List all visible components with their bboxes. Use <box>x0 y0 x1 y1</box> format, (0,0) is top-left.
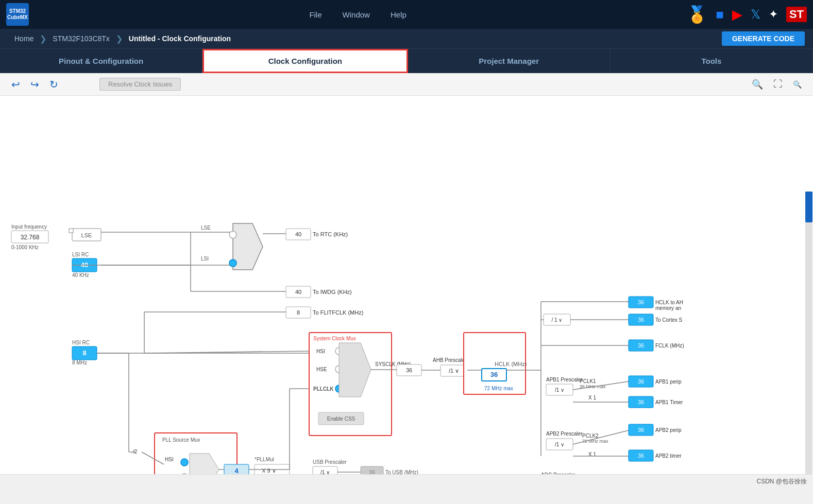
svg-text:Enable CSS: Enable CSS <box>327 416 355 422</box>
svg-text:ADC Prescaler: ADC Prescaler <box>541 472 575 474</box>
resolve-clock-button[interactable]: Resolve Clock Issues <box>99 78 181 91</box>
svg-point-19 <box>229 259 236 267</box>
svg-text:36: 36 <box>406 367 412 373</box>
diagram-area: Input frequency 32.768 0-1000 KHz LSE LS… <box>0 96 813 474</box>
svg-text:HSE: HSE <box>316 367 327 372</box>
svg-text:LSI RC: LSI RC <box>72 252 89 257</box>
svg-rect-160 <box>805 192 812 222</box>
svg-text:FCLK (MHz): FCLK (MHz) <box>655 343 684 349</box>
zoom-out-icon[interactable]: 🔍 <box>790 78 805 91</box>
svg-point-123 <box>181 459 188 466</box>
svg-text:8: 8 <box>82 349 86 357</box>
svg-text:APB2 Prescaler: APB2 Prescaler <box>546 431 583 437</box>
svg-text:To Cortex S: To Cortex S <box>655 317 683 323</box>
breadcrumb-page[interactable]: Untitled - Clock Configuration <box>123 34 237 43</box>
generate-code-button[interactable]: GENERATE CODE <box>722 31 805 46</box>
st-logo: ST <box>786 7 807 22</box>
svg-text:8 MHz: 8 MHz <box>72 360 87 366</box>
svg-text:HSI: HSI <box>165 457 174 462</box>
svg-text:36: 36 <box>638 399 644 405</box>
tab-tools[interactable]: Tools <box>611 49 813 73</box>
svg-rect-159 <box>805 192 812 474</box>
refresh-button[interactable]: ↻ <box>46 76 61 93</box>
top-bar: STM32CubeMX File Window Help 🏅 ■ ▶ 𝕏 ✦ S… <box>0 0 813 29</box>
nav-menu: File Window Help <box>49 10 666 19</box>
svg-text:X 9 ∨: X 9 ∨ <box>262 467 276 474</box>
svg-text:LSE: LSE <box>81 232 92 238</box>
svg-text:APB1 Timer: APB1 Timer <box>655 399 683 405</box>
breadcrumb-arrow2: ❯ <box>116 34 123 44</box>
breadcrumb-home[interactable]: Home <box>8 34 40 43</box>
svg-text:HCLK to AH: HCLK to AH <box>655 300 683 305</box>
svg-marker-11 <box>233 223 263 270</box>
svg-text:APB2 perip: APB2 perip <box>655 427 682 433</box>
svg-text:LSI: LSI <box>201 256 209 262</box>
svg-text:40 KHz: 40 KHz <box>72 272 89 278</box>
award-icon: 🏅 <box>687 5 707 24</box>
svg-text:40: 40 <box>295 289 301 295</box>
svg-text:PLLCLK: PLLCLK <box>313 386 334 392</box>
svg-text:40: 40 <box>295 231 301 237</box>
facebook-icon[interactable]: ■ <box>716 7 724 23</box>
svg-text:X 1: X 1 <box>588 395 596 401</box>
svg-text:/1 ∨: /1 ∨ <box>555 387 564 393</box>
svg-text:HSI RC: HSI RC <box>72 340 90 345</box>
toolbar: ↩ ↪ ↻ Resolve Clock Issues 🔍 ⛶ 🔍 <box>0 73 813 96</box>
svg-point-14 <box>229 231 236 238</box>
svg-text:AHB Prescaler: AHB Prescaler <box>433 357 467 363</box>
svg-text:36: 36 <box>369 469 375 474</box>
svg-text:PCLK2: PCLK2 <box>582 433 599 439</box>
breadcrumb-bar: Home ❯ STM32F103C8Tx ❯ Untitled - Clock … <box>0 29 813 48</box>
tab-pinout[interactable]: Pinout & Configuration <box>0 49 202 73</box>
twitter-icon[interactable]: 𝕏 <box>751 7 760 22</box>
breadcrumb-arrow1: ❯ <box>40 34 46 44</box>
svg-text:PLL Source Mux: PLL Source Mux <box>162 437 200 443</box>
svg-text:*PLLMul: *PLLMul <box>255 457 274 462</box>
svg-text:72 MHz max: 72 MHz max <box>484 386 513 391</box>
tab-bar: Pinout & Configuration Clock Configurati… <box>0 48 813 73</box>
svg-text:To USB (MHz): To USB (MHz) <box>385 470 418 474</box>
svg-rect-6 <box>69 229 73 233</box>
zoom-in-icon[interactable]: 🔍 <box>749 77 766 92</box>
nav-icons: 🏅 ■ ▶ 𝕏 ✦ ST <box>687 5 807 24</box>
attribution-text: CSDN @包谷徐徐 <box>756 477 807 486</box>
undo-button[interactable]: ↩ <box>8 76 23 93</box>
svg-text:USB Prescaler: USB Prescaler <box>313 459 347 465</box>
tab-project[interactable]: Project Manager <box>408 49 611 73</box>
nav-help[interactable]: Help <box>391 10 406 19</box>
redo-button[interactable]: ↪ <box>27 76 42 93</box>
svg-text:HCLK (MHz): HCLK (MHz) <box>495 361 527 367</box>
svg-text:4: 4 <box>234 467 239 474</box>
svg-text:32.768: 32.768 <box>21 234 40 241</box>
svg-text:36: 36 <box>638 378 644 385</box>
svg-text:memory an: memory an <box>655 305 681 311</box>
svg-text:Input frequency: Input frequency <box>11 224 47 230</box>
fullscreen-icon[interactable]: ⛶ <box>770 77 786 92</box>
svg-text:APB1 perip: APB1 perip <box>655 379 682 385</box>
svg-text:LSE: LSE <box>201 225 211 231</box>
logo-text: STM32CubeMX <box>7 8 28 21</box>
svg-text:HSI: HSI <box>316 349 325 354</box>
svg-text:36: 36 <box>638 299 644 305</box>
svg-text:To RTC (KHz): To RTC (KHz) <box>313 231 348 237</box>
svg-text:0-1000 KHz: 0-1000 KHz <box>11 245 39 250</box>
svg-text:PCLK1: PCLK1 <box>580 378 596 384</box>
youtube-icon[interactable]: ▶ <box>732 7 742 23</box>
svg-text:/1 ∨: /1 ∨ <box>449 368 459 374</box>
svg-text:36: 36 <box>638 427 644 433</box>
svg-text:/1 ∨: /1 ∨ <box>555 442 564 447</box>
status-bar: CSDN @包谷徐徐 <box>0 474 813 489</box>
nav-window[interactable]: Window <box>343 10 370 19</box>
svg-text:To IWDG (KHz): To IWDG (KHz) <box>313 289 352 295</box>
network-icon[interactable]: ✦ <box>769 8 778 21</box>
svg-text:/ 1 ∨: / 1 ∨ <box>552 317 563 323</box>
nav-file[interactable]: File <box>309 10 321 19</box>
tab-clock[interactable]: Clock Configuration <box>202 49 408 73</box>
breadcrumb-device[interactable]: STM32F103C8Tx <box>46 34 115 43</box>
svg-text:36: 36 <box>638 342 644 349</box>
svg-text:36: 36 <box>638 453 644 459</box>
svg-text:36: 36 <box>490 371 498 378</box>
svg-text:APB1 Prescaler: APB1 Prescaler <box>546 377 583 383</box>
logo-area: STM32CubeMX <box>6 3 29 26</box>
svg-text:/1 ∨: /1 ∨ <box>320 470 330 474</box>
